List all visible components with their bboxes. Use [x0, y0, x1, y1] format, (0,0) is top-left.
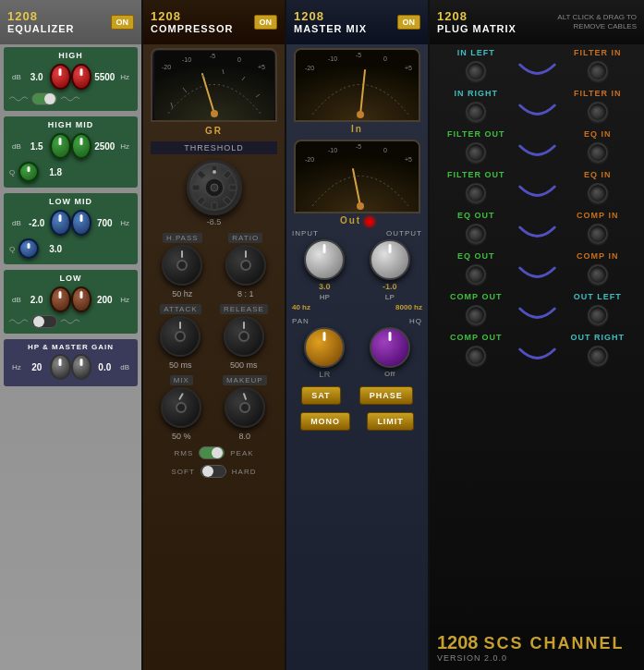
eq-highmid-freq-knob[interactable]	[71, 133, 92, 159]
eq-on-button[interactable]: ON	[111, 15, 135, 30]
mix-out-label: Out	[340, 215, 361, 225]
eq-lowmid-freq-knob[interactable]	[71, 210, 92, 236]
comp-hpass-knob[interactable]	[162, 245, 202, 286]
comp-mix-knob[interactable]	[161, 387, 201, 428]
mix-output-value: -1.0	[383, 282, 397, 291]
mix-sat-button[interactable]: SAT	[301, 386, 340, 405]
matrix-row-1: IN RIGHT FILTER IN	[437, 89, 637, 122]
eq-high-toggle[interactable]	[31, 92, 57, 105]
port-label-filter-out-0: FILTER OUT	[447, 129, 504, 139]
cable-4	[516, 213, 559, 241]
svg-text:-5: -5	[356, 143, 361, 150]
eq-high-gain-knob[interactable]	[50, 64, 71, 90]
svg-text:+5: +5	[405, 65, 412, 71]
comp-threshold-knob[interactable]	[187, 160, 242, 215]
port-jack-eq-in-0[interactable]	[588, 142, 608, 163]
port-jack-filter-out-1[interactable]	[466, 183, 486, 203]
cable-0	[516, 51, 559, 79]
eq-highmid-row: dB 1.5 2500 Hz	[9, 133, 132, 159]
matrix-name: PLUG MATRIX	[437, 23, 516, 34]
svg-point-24	[211, 184, 218, 191]
mix-input-knob[interactable]	[304, 239, 345, 280]
mix-output-knob[interactable]	[370, 239, 410, 280]
port-jack-out-left[interactable]	[588, 305, 608, 325]
eq-high-freq-knob[interactable]	[71, 64, 92, 90]
comp-rms-label: RMS	[174, 449, 193, 457]
comp-gr-label: GR	[143, 126, 285, 136]
comp-soft-hard-toggle[interactable]	[200, 465, 226, 478]
mix-clip-indicator	[365, 217, 374, 226]
comp-threshold-value: -8.5	[207, 217, 222, 226]
comp-attack-release-row: ATTACK 50 ms RELEASE 500 ms	[151, 304, 277, 370]
mix-hq-knob[interactable]	[370, 327, 410, 368]
port-jack-in-right[interactable]	[466, 102, 486, 122]
comp-makeup-knob[interactable]	[225, 387, 265, 428]
eq-high-hz-value: 5500	[91, 72, 117, 82]
hp-freq-knob[interactable]	[50, 354, 71, 380]
eq-lowmid-q-knob[interactable]	[18, 238, 39, 259]
mix-pan-knob[interactable]	[304, 327, 345, 368]
comp-release-knob[interactable]	[224, 316, 264, 357]
matrix-row-5: EQ OUT COMP IN	[437, 251, 637, 285]
port-jack-filter-in-0[interactable]	[588, 61, 608, 81]
eq-high-wave	[9, 92, 132, 105]
matrix-port-out-right: OUT RIGHT	[558, 333, 637, 366]
comp-ratio-value: 8 : 1	[237, 289, 254, 298]
port-jack-comp-in-0[interactable]	[588, 224, 608, 244]
port-jack-in-left[interactable]	[466, 61, 486, 81]
comp-ratio-knob[interactable]	[225, 245, 266, 286]
svg-text:-5: -5	[210, 53, 215, 59]
comp-on-button[interactable]: ON	[254, 15, 278, 30]
comp-mix-makeup-row: MIX 50 % MAKEUP 8.0	[151, 375, 277, 441]
port-jack-filter-in-1[interactable]	[588, 102, 608, 122]
cable-3	[516, 173, 559, 201]
port-jack-eq-out-0[interactable]	[466, 224, 486, 244]
mix-pan-l: L	[319, 370, 323, 379]
comp-ratio-col: RATIO 8 : 1	[225, 233, 266, 298]
matrix-port-filter-in-0: FILTER IN	[558, 48, 637, 81]
mix-mono-button[interactable]: MONO	[300, 412, 350, 431]
eq-highmid-q-row: Q 1.8	[9, 162, 132, 182]
eq-highmid-q-value: 1.8	[43, 167, 68, 177]
mix-hz-row: 40 hz 8000 hz	[292, 303, 422, 311]
comp-attack-knob[interactable]	[160, 316, 200, 357]
eq-name: EQUALIZER	[7, 23, 75, 34]
mix-pan-hq-section: PAN HQ L R Off	[292, 317, 422, 381]
mix-limit-button[interactable]: LIMIT	[367, 412, 414, 431]
mix-io-section: INPUT OUTPUT 3.0 HP -1.0 LP 40 hz 8000 h…	[292, 229, 422, 313]
matrix-alt-text: ALT CLICK & DRAG TOREMOVE CABLES	[524, 13, 637, 32]
port-jack-comp-out-1[interactable]	[466, 346, 486, 366]
comp-threshold-label: THRESHOLD	[151, 141, 277, 154]
eq-low-toggle[interactable]	[31, 315, 57, 328]
port-jack-comp-in-1[interactable]	[588, 264, 608, 285]
master-db-label: dB	[117, 363, 132, 372]
mix-pan-lr: L R	[304, 370, 345, 379]
port-jack-comp-out-0[interactable]	[466, 305, 486, 325]
eq-low-gain-knob[interactable]	[50, 286, 71, 312]
master-gain-knob[interactable]	[71, 354, 92, 380]
comp-release-value: 500 ms	[230, 360, 258, 370]
matrix-row-7: COMP OUT OUT RIGHT	[437, 333, 637, 366]
comp-hpass-ratio-row: H.PASS 50 hz RATIO 8 : 1	[151, 233, 277, 298]
eq-highmid-hz-value: 2500	[91, 141, 117, 152]
comp-rms-peak-toggle[interactable]	[199, 446, 225, 459]
mix-on-button[interactable]: ON	[397, 15, 421, 30]
eq-low-freq-knob[interactable]	[71, 286, 92, 312]
comp-peak-label: PEAK	[230, 449, 253, 457]
mix-hq-label: HQ	[409, 317, 422, 325]
svg-text:0: 0	[383, 147, 387, 153]
port-jack-out-right[interactable]	[588, 346, 608, 366]
port-label-out-left: OUT LEFT	[574, 292, 622, 301]
eq-highmid-q-knob[interactable]	[18, 162, 39, 182]
port-jack-filter-out-0[interactable]	[466, 142, 486, 163]
eq-low-hz-value: 200	[91, 295, 117, 305]
eq-lowmid-gain-knob[interactable]	[50, 210, 71, 236]
eq-high-db-label: dB	[9, 73, 24, 81]
eq-high-db-value: 3.0	[24, 72, 50, 82]
port-jack-eq-out-1[interactable]	[466, 264, 486, 285]
mix-lp-hz: 8000 hz	[395, 303, 422, 311]
matrix-body: IN LEFT FILTER IN IN RIGHT FILTER IN	[430, 44, 644, 625]
eq-highmid-gain-knob[interactable]	[50, 133, 71, 159]
mix-phase-button[interactable]: PHASE	[359, 386, 413, 405]
port-jack-eq-in-1[interactable]	[588, 183, 608, 203]
